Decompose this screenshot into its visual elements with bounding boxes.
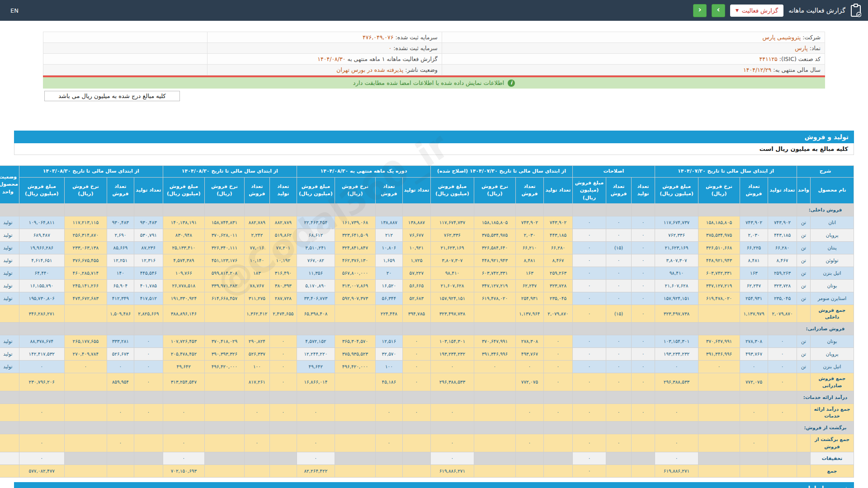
- data-cell: ۳۴۷,۱۲۷,۲۱۹: [698, 280, 740, 292]
- data-cell: ۱۵۸,۱۸۵,۸۰۵: [474, 216, 515, 229]
- data-cell: ۲۱,۶۰۷,۶۲۸: [430, 280, 474, 292]
- data-cell: [402, 434, 430, 452]
- data-cell: ۳۶۵,۳۰۴,۵۷۰: [335, 335, 375, 348]
- data-cell: ۰: [572, 452, 606, 465]
- data-cell: ۵۲,۶۸۳: [402, 292, 430, 305]
- header-cell: مبلغ فروش (میلیون ریال): [297, 177, 335, 204]
- report-period-label: گزارش فعالیت ماهانه ۱ ماهه منتهی به: [347, 56, 437, 62]
- data-cell: ۰: [606, 292, 631, 305]
- data-cell: ۰: [244, 434, 269, 452]
- data-cell: [474, 204, 515, 216]
- data-cell: ۰: [606, 335, 631, 348]
- report-period-value: ۱۴۰۴/۰۸/۳۰: [317, 56, 345, 62]
- data-cell: ۱۶,۵۲۰: [375, 280, 402, 292]
- language-switch-en[interactable]: EN: [7, 5, 22, 16]
- data-cell: فروش صادراتی:: [797, 323, 854, 335]
- prev-period-button[interactable]: ‹: [693, 4, 707, 17]
- data-cell: [797, 404, 811, 421]
- data-cell: ۳۹۱,۳۴۶,۹۹۶: [474, 348, 515, 361]
- data-cell: ۰: [655, 404, 698, 421]
- data-cell: ۵۶,۶۶۵: [402, 280, 430, 292]
- data-cell: ۵۹۹,۸۱۴,۲۰۸: [204, 267, 244, 280]
- data-cell: ۴۹,۶۴۲: [297, 361, 335, 373]
- production-sales-table: شرحاز ابتدای سال مالی تا تاریخ ۱۴۰۴/۰۷/۳…: [0, 165, 854, 478]
- data-cell: ۶۶,۲۱۰: [515, 242, 543, 254]
- data-cell: ۰: [655, 361, 698, 373]
- data-cell: [543, 422, 572, 434]
- isic-label: کد صنعت (ISIC):: [779, 56, 821, 62]
- data-cell: ۵۱۹,۸۶۲: [269, 229, 297, 242]
- data-cell: ۰: [606, 434, 631, 452]
- data-cell: ۲۹۶,۳۸۸,۵۳۳: [655, 373, 698, 391]
- data-cell: ۲۶,۷۷۸,۵۱۸: [163, 280, 204, 292]
- data-cell: [631, 204, 655, 216]
- data-cell: [163, 391, 204, 404]
- data-cell: [335, 391, 375, 404]
- issuer-status-cell: وضعیت ناشر: پذیرفته شده در بورس تهران: [208, 65, 442, 75]
- next-period-button[interactable]: ›: [712, 4, 725, 17]
- data-cell: ۹۸,۴۱۰: [655, 267, 698, 280]
- data-cell: ۰: [740, 361, 768, 373]
- data-cell: ۱۰۰: [244, 361, 269, 373]
- data-cell: ۷۶۷,۰۸۲: [297, 254, 335, 267]
- data-cell: ۲,۴۷۴,۶۵۵: [269, 305, 297, 323]
- data-cell: ۳۲۳,۴۹۷,۷۳۸: [655, 305, 698, 323]
- data-row: اتیل بنزنتن۲۵۹,۲۶۳۱۶۳۶۰۳,۷۴۲,۳۳۱۹۸,۴۱۰۰۰…: [0, 267, 854, 280]
- data-cell: ۶۱۹,۴۷۸,۰۲۰: [474, 292, 515, 305]
- data-cell: [107, 391, 134, 404]
- data-cell: [64, 391, 107, 404]
- data-cell: ۰: [163, 452, 204, 465]
- data-cell: ۳۸۰,۳۹۳: [269, 280, 297, 292]
- data-cell: [797, 305, 811, 323]
- data-cell: تولید: [0, 229, 19, 242]
- data-cell: ۱,۱۳۷,۹۶۴: [515, 305, 543, 323]
- data-cell: ۲۵۹,۲۶۳: [543, 267, 572, 280]
- data-cell: [375, 323, 402, 335]
- data-cell: ۰: [430, 404, 474, 421]
- data-cell: [474, 373, 515, 391]
- data-cell: ۴,۶۱۴,۶۵۱: [19, 254, 64, 267]
- data-cell: [572, 323, 606, 335]
- registered-capital-value: ۴۷۶,۰۴۹,۰۷۶: [363, 34, 393, 41]
- data-cell: ۰: [107, 404, 134, 421]
- ticker-label: نماد:: [810, 45, 821, 52]
- data-cell: ۰: [572, 216, 606, 229]
- data-cell: ۱۰۷,۷۲۶,۴۵۳: [163, 335, 204, 348]
- data-cell: ۸۲,۲۶۴,۴۲۲: [297, 465, 335, 477]
- data-cell: [698, 305, 740, 323]
- data-cell: ۲۴۵,۱۴۱,۲۶۶: [64, 280, 107, 292]
- data-cell: [631, 465, 655, 477]
- data-cell: [19, 422, 64, 434]
- data-cell: ۲۹۰,۸۲۴: [244, 335, 269, 348]
- data-cell: ۱,۱۳۷,۹۷۹: [740, 305, 768, 323]
- data-cell: ۱۴۲,۴۱۷,۵۳۲: [19, 348, 64, 361]
- data-cell: [572, 204, 606, 216]
- company-info-table: شرکت: پتروشیمی پارس سرمایه ثبت شده: ۴۷۶,…: [43, 32, 825, 75]
- data-cell: ۰: [430, 434, 474, 452]
- data-cell: [335, 465, 375, 477]
- data-cell: ۱۰,۹۲۱: [402, 242, 430, 254]
- header-cell: واحد: [797, 177, 811, 204]
- header-cell: تعداد فروش: [740, 177, 768, 204]
- data-cell: [402, 323, 430, 335]
- data-cell: ۱۶۳: [515, 267, 543, 280]
- data-cell: ۰: [572, 280, 606, 292]
- data-cell: [204, 204, 244, 216]
- data-cell: ۱,۷۲۵: [402, 254, 430, 267]
- data-cell: [655, 391, 698, 404]
- data-cell: [134, 465, 163, 477]
- data-cell: ۴,۵۷۴,۳۸۹: [163, 254, 204, 267]
- data-cell: ۰: [134, 335, 163, 348]
- data-cell: ۸۸۲,۷۸۹: [244, 216, 269, 229]
- data-cell: ۰: [572, 434, 606, 452]
- data-cell: [0, 204, 19, 216]
- data-cell: ۸۱۷,۲۶۱: [244, 373, 269, 391]
- data-cell: [375, 465, 402, 477]
- data-cell: ۳,۸۰۷,۳۰۷: [430, 254, 474, 267]
- data-cell: [606, 204, 631, 216]
- data-cell: ۰: [631, 373, 655, 391]
- data-cell: ۰: [163, 434, 204, 452]
- fiscal-year-value: ۱۴۰۴/۱۲/۲۹: [743, 66, 771, 73]
- data-cell: [740, 452, 768, 465]
- report-type-dropdown[interactable]: گزارش فعالیت ▼: [730, 5, 783, 17]
